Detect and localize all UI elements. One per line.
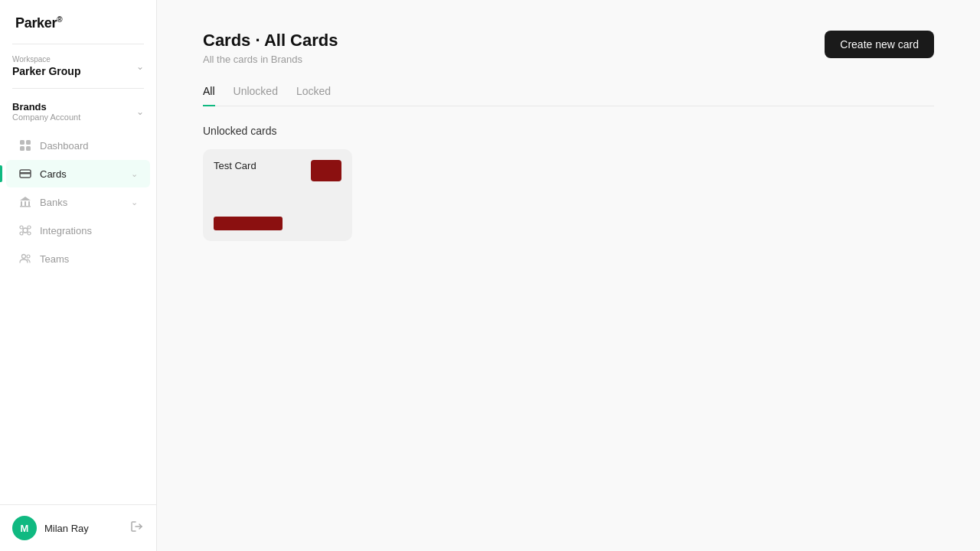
sidebar-item-label-dashboard: Dashboard <box>40 140 138 152</box>
sidebar-item-label-integrations: Integrations <box>40 225 138 236</box>
brands-chevron-icon: ⌄ <box>136 106 144 117</box>
page-subtitle: All the cards in Brands <box>203 54 338 65</box>
brands-sub: Company Account <box>12 112 80 122</box>
svg-rect-0 <box>20 140 24 145</box>
sidebar-divider-mid <box>12 88 144 89</box>
workspace-selector[interactable]: Workspace Parker Group ⌄ <box>0 44 156 85</box>
svg-point-15 <box>28 232 31 235</box>
svg-point-13 <box>28 226 31 229</box>
sidebar-nav: Dashboard Cards ⌄ <box>0 128 156 504</box>
sidebar-item-label-banks: Banks <box>40 197 131 208</box>
footer-username: Milan Ray <box>44 523 130 534</box>
tab-locked[interactable]: Locked <box>296 85 331 106</box>
dashboard-icon <box>18 139 32 152</box>
svg-rect-8 <box>28 201 30 206</box>
card-chip-icon <box>311 160 341 181</box>
sidebar-item-teams[interactable]: Teams <box>6 245 150 272</box>
svg-point-17 <box>27 255 30 258</box>
svg-rect-3 <box>26 146 31 151</box>
svg-point-12 <box>20 226 23 229</box>
tab-all[interactable]: All <box>203 85 215 106</box>
sidebar-item-integrations[interactable]: Integrations <box>6 217 150 244</box>
sidebar-footer: M Milan Ray <box>0 504 156 551</box>
svg-rect-1 <box>26 140 31 145</box>
card-number-bar <box>214 217 283 230</box>
card-test-card[interactable]: Test Card <box>203 149 352 241</box>
logout-icon[interactable] <box>130 520 144 536</box>
svg-point-16 <box>22 255 26 259</box>
page-title: Cards · All Cards <box>203 31 338 51</box>
card-name: Test Card <box>214 160 256 171</box>
svg-point-11 <box>23 228 28 233</box>
svg-rect-7 <box>24 201 26 206</box>
create-new-card-button[interactable]: Create new card <box>825 31 934 58</box>
avatar: M <box>12 516 37 540</box>
sidebar-item-label-cards: Cards <box>40 168 131 180</box>
banks-icon <box>18 195 32 209</box>
teams-icon <box>18 252 32 266</box>
cards-chevron-icon: ⌄ <box>131 169 138 179</box>
sidebar-item-cards[interactable]: Cards ⌄ <box>6 160 150 187</box>
workspace-chevron-icon: ⌄ <box>136 61 144 72</box>
main-content: Cards · All Cards All the cards in Brand… <box>157 0 980 551</box>
sidebar: Parker® Workspace Parker Group ⌄ Brands … <box>0 0 157 551</box>
svg-rect-9 <box>20 206 31 207</box>
app-logo: Parker® <box>0 0 156 44</box>
svg-marker-10 <box>20 197 31 201</box>
sidebar-item-label-teams: Teams <box>40 253 138 265</box>
section-title-unlocked: Unlocked cards <box>203 125 934 137</box>
workspace-label: Workspace <box>12 55 80 64</box>
tab-unlocked[interactable]: Unlocked <box>234 85 278 106</box>
cards-grid: Test Card <box>203 149 934 241</box>
integrations-icon <box>18 223 32 237</box>
brands-selector[interactable]: Brands Company Account ⌄ <box>0 95 156 128</box>
tabs-bar: All Unlocked Locked <box>203 85 934 106</box>
cards-icon <box>18 167 32 181</box>
banks-chevron-icon: ⌄ <box>131 197 138 207</box>
svg-rect-5 <box>20 172 31 174</box>
unlocked-cards-section: Unlocked cards Test Card <box>203 125 934 241</box>
brands-name: Brands <box>12 101 80 112</box>
page-header: Cards · All Cards All the cards in Brand… <box>203 31 934 65</box>
sidebar-item-banks[interactable]: Banks ⌄ <box>6 188 150 216</box>
svg-point-14 <box>20 232 23 235</box>
svg-rect-6 <box>21 201 22 206</box>
svg-rect-2 <box>20 146 24 151</box>
sidebar-item-dashboard[interactable]: Dashboard <box>6 132 150 159</box>
workspace-name: Parker Group <box>12 65 80 77</box>
